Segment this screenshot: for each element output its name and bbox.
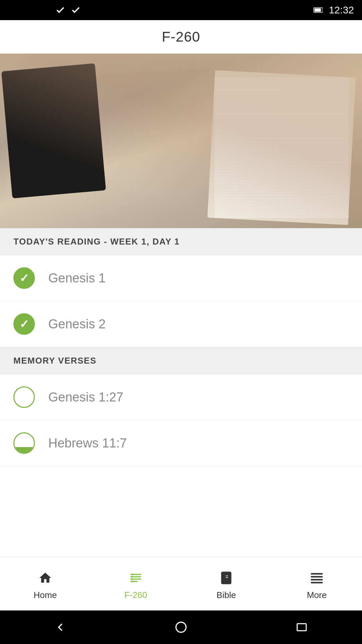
svg-rect-10	[314, 8, 321, 12]
svg-rect-2	[10, 10, 14, 14]
svg-point-18	[131, 580, 133, 582]
genesis2-label: Genesis 2	[48, 317, 106, 331]
home-icon	[38, 571, 52, 587]
svg-point-24	[176, 622, 186, 632]
nav-item-home[interactable]: Home	[0, 557, 90, 610]
app-title-bar: F-260	[0, 20, 362, 54]
nav-item-bible[interactable]: Bible	[181, 557, 272, 610]
content-area: TODAY'S READING - WEEK 1, DAY 1 ✓ Genesi…	[0, 228, 362, 557]
notification-icon1	[8, 4, 20, 16]
bottom-nav: Home F-260 Bible	[0, 557, 362, 610]
genesis127-label: Genesis 1:27	[48, 390, 123, 405]
nav-item-f260[interactable]: F-260	[90, 557, 181, 610]
reading-item-genesis1[interactable]: ✓ Genesis 1	[0, 255, 362, 301]
svg-rect-9	[322, 9, 324, 11]
svg-point-15	[131, 573, 133, 575]
hebrews117-check-icon[interactable]	[13, 432, 35, 454]
more-nav-label: More	[307, 590, 326, 600]
svg-point-17	[131, 578, 133, 580]
svg-rect-3	[14, 10, 18, 14]
home-button[interactable]	[171, 617, 191, 637]
svg-rect-4	[298, 12, 300, 14]
reading-item-hebrews117[interactable]: Hebrews 11:7	[0, 420, 362, 466]
genesis1-label: Genesis 1	[48, 271, 106, 285]
list-icon	[129, 571, 143, 587]
f260-nav-label: F-260	[124, 590, 147, 600]
svg-point-16	[131, 576, 133, 577]
bible-icon	[219, 571, 233, 587]
signal-icon	[297, 4, 309, 16]
menu-icon	[310, 571, 324, 587]
svg-rect-6	[303, 8, 305, 14]
back-button[interactable]	[50, 617, 70, 637]
svg-rect-7	[305, 6, 307, 14]
genesis1-checkmark: ✓	[19, 272, 29, 284]
memory-verses-header: MEMORY VERSES	[0, 347, 362, 374]
svg-rect-0	[10, 6, 14, 10]
home-nav-label: Home	[34, 590, 57, 600]
status-time: 12:32	[329, 4, 354, 16]
today-reading-label: TODAY'S READING - WEEK 1, DAY 1	[13, 236, 180, 247]
nav-item-more[interactable]: More	[272, 557, 362, 610]
svg-rect-1	[14, 6, 18, 10]
hebrews117-label: Hebrews 11:7	[48, 436, 127, 450]
recents-button[interactable]	[292, 617, 312, 637]
check-icon1	[54, 4, 66, 16]
status-icons-right: 12:32	[281, 4, 354, 16]
notification-icon3	[39, 4, 51, 16]
bible-nav-label: Bible	[217, 590, 236, 600]
memory-verses-label: MEMORY VERSES	[13, 356, 97, 366]
battery-icon	[313, 4, 325, 16]
svg-rect-25	[297, 624, 306, 631]
genesis1-check-icon[interactable]: ✓	[13, 267, 35, 289]
genesis2-check-icon[interactable]: ✓	[13, 313, 35, 335]
notification-icon2	[23, 4, 36, 16]
check-icon2	[70, 4, 82, 16]
wifi-icon	[281, 4, 293, 16]
today-reading-header: TODAY'S READING - WEEK 1, DAY 1	[0, 228, 362, 255]
genesis2-checkmark: ✓	[19, 318, 29, 330]
reading-item-genesis127[interactable]: Genesis 1:27	[0, 374, 362, 420]
hero-hand-overlay	[0, 54, 362, 228]
reading-item-genesis2[interactable]: ✓ Genesis 2	[0, 301, 362, 347]
genesis127-check-icon[interactable]	[13, 386, 35, 408]
status-icons-left	[8, 4, 82, 16]
svg-rect-5	[301, 10, 302, 14]
hero-image	[0, 54, 362, 228]
status-bar: 12:32	[0, 0, 362, 20]
android-nav-bar	[0, 610, 362, 644]
app-title: F-260	[162, 29, 200, 45]
